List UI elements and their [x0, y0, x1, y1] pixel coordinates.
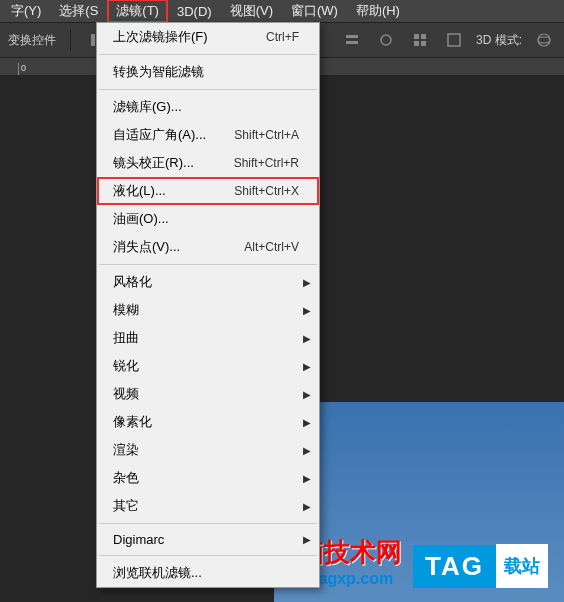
menu-item-label: 滤镜库(G)... — [113, 98, 182, 116]
menu-separator — [99, 54, 317, 55]
svg-point-10 — [538, 34, 550, 46]
menu-sharpen[interactable]: 锐化 ▶ — [97, 352, 319, 380]
svg-point-11 — [538, 37, 550, 43]
chevron-right-icon: ▶ — [303, 501, 311, 512]
menu-lens-correction[interactable]: 镜头校正(R)... Shift+Ctrl+R — [97, 149, 319, 177]
menu-vanishing-point[interactable]: 消失点(V)... Alt+Ctrl+V — [97, 233, 319, 261]
menu-adaptive-wide-angle[interactable]: 自适应广角(A)... Shift+Ctrl+A — [97, 121, 319, 149]
menu-window[interactable]: 窗口(W) — [282, 0, 347, 23]
menu-stylize[interactable]: 风格化 ▶ — [97, 268, 319, 296]
menu-item-label: 液化(L)... — [113, 182, 166, 200]
menu-browse-online-filters[interactable]: 浏览联机滤镜... — [97, 559, 319, 587]
toolbar-icon-3[interactable] — [408, 28, 432, 52]
menu-item-label: 像素化 — [113, 413, 152, 431]
toolbar-separator — [70, 29, 71, 51]
menu-oil-paint[interactable]: 油画(O)... — [97, 205, 319, 233]
menu-item-label: 模糊 — [113, 301, 139, 319]
menu-item-label: 杂色 — [113, 469, 139, 487]
chevron-right-icon: ▶ — [303, 389, 311, 400]
menu-item-label: 渲染 — [113, 441, 139, 459]
menu-item-label: 消失点(V)... — [113, 238, 180, 256]
menu-item-label: 视频 — [113, 385, 139, 403]
menu-shortcut: Shift+Ctrl+X — [234, 184, 299, 198]
chevron-right-icon: ▶ — [303, 305, 311, 316]
menu-blur[interactable]: 模糊 ▶ — [97, 296, 319, 324]
menu-distort[interactable]: 扭曲 ▶ — [97, 324, 319, 352]
svg-rect-6 — [421, 34, 426, 39]
svg-rect-9 — [448, 34, 460, 46]
svg-rect-0 — [91, 34, 95, 46]
menu-render[interactable]: 渲染 ▶ — [97, 436, 319, 464]
chevron-right-icon: ▶ — [303, 333, 311, 344]
menu-separator — [99, 523, 317, 524]
menu-video[interactable]: 视频 ▶ — [97, 380, 319, 408]
menu-pixelate[interactable]: 像素化 ▶ — [97, 408, 319, 436]
filter-menu-dropdown: 上次滤镜操作(F) Ctrl+F 转换为智能滤镜 滤镜库(G)... 自适应广角… — [96, 22, 320, 588]
menu-item-label: 油画(O)... — [113, 210, 169, 228]
tag-text: TAG — [413, 545, 496, 588]
transform-controls-label: 变换控件 — [8, 32, 56, 49]
svg-rect-3 — [346, 41, 358, 44]
chevron-right-icon: ▶ — [303, 445, 311, 456]
toolbar-icon-4[interactable] — [442, 28, 466, 52]
menu-separator — [99, 555, 317, 556]
menu-shortcut: Alt+Ctrl+V — [244, 240, 299, 254]
menu-3d[interactable]: 3D(D) — [168, 1, 221, 22]
menu-item-label: 上次滤镜操作(F) — [113, 28, 208, 46]
menu-last-filter[interactable]: 上次滤镜操作(F) Ctrl+F — [97, 23, 319, 51]
mode3d-label: 3D 模式: — [476, 32, 522, 49]
toolbar-icon-2[interactable] — [374, 28, 398, 52]
menu-item-label: 浏览联机滤镜... — [113, 564, 202, 582]
svg-rect-8 — [421, 41, 426, 46]
menu-item-label: 转换为智能滤镜 — [113, 63, 204, 81]
orbit-icon[interactable] — [532, 28, 556, 52]
menu-other[interactable]: 其它 ▶ — [97, 492, 319, 520]
menu-shortcut: Shift+Ctrl+A — [234, 128, 299, 142]
menu-item-label: Digimarc — [113, 532, 164, 547]
menu-filter-gallery[interactable]: 滤镜库(G)... — [97, 93, 319, 121]
menu-shortcut: Shift+Ctrl+R — [234, 156, 299, 170]
svg-point-4 — [381, 35, 391, 45]
menubar: 字(Y) 选择(S 滤镜(T) 3D(D) 视图(V) 窗口(W) 帮助(H) — [0, 0, 564, 22]
menu-liquify[interactable]: 液化(L)... Shift+Ctrl+X — [97, 177, 319, 205]
toolbar-icon-1[interactable] — [340, 28, 364, 52]
menu-separator — [99, 264, 317, 265]
chevron-right-icon: ▶ — [303, 277, 311, 288]
menu-shortcut: Ctrl+F — [266, 30, 299, 44]
chevron-right-icon: ▶ — [303, 473, 311, 484]
menu-text[interactable]: 字(Y) — [2, 0, 50, 23]
tag-badge: TAG 载站 — [413, 544, 548, 588]
menu-item-label: 风格化 — [113, 273, 152, 291]
menu-item-label: 锐化 — [113, 357, 139, 375]
chevron-right-icon: ▶ — [303, 534, 311, 545]
menu-view[interactable]: 视图(V) — [221, 0, 282, 23]
menu-item-label: 自适应广角(A)... — [113, 126, 206, 144]
menu-convert-smart-filter[interactable]: 转换为智能滤镜 — [97, 58, 319, 86]
chevron-right-icon: ▶ — [303, 417, 311, 428]
svg-rect-5 — [414, 34, 419, 39]
menu-help[interactable]: 帮助(H) — [347, 0, 409, 23]
menu-filter[interactable]: 滤镜(T) — [107, 0, 168, 23]
menu-item-label: 其它 — [113, 497, 139, 515]
svg-rect-7 — [414, 41, 419, 46]
menu-item-label: 镜头校正(R)... — [113, 154, 194, 172]
ruler-tick: 0 — [18, 63, 90, 75]
menu-select[interactable]: 选择(S — [50, 0, 107, 23]
menu-separator — [99, 89, 317, 90]
tag-suffix: 载站 — [496, 544, 548, 588]
svg-rect-2 — [346, 35, 358, 38]
chevron-right-icon: ▶ — [303, 361, 311, 372]
menu-noise[interactable]: 杂色 ▶ — [97, 464, 319, 492]
menu-digimarc[interactable]: Digimarc ▶ — [97, 527, 319, 552]
menu-item-label: 扭曲 — [113, 329, 139, 347]
